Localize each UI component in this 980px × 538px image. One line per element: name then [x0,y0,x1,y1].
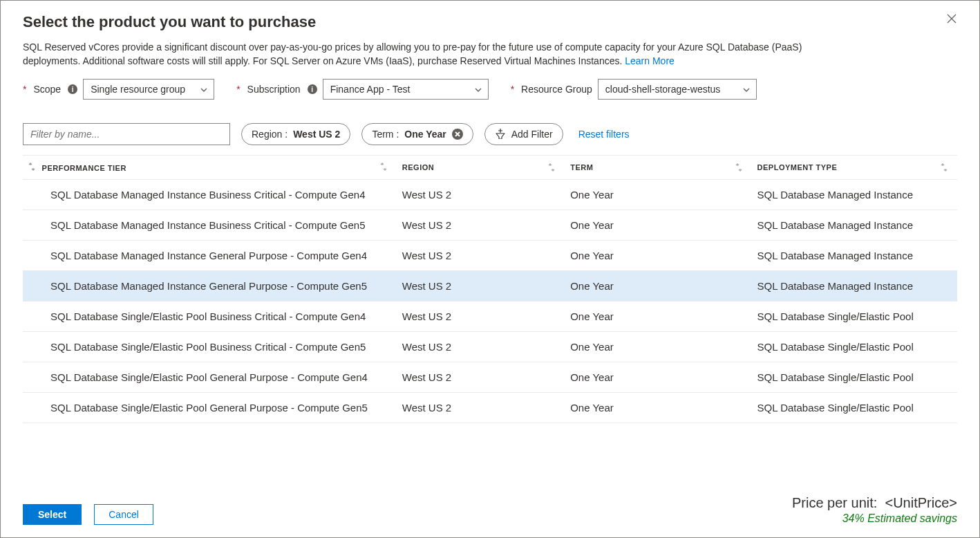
cell-region: West US 2 [397,362,565,393]
scope-value: Single resource group [91,84,185,95]
filter-icon [495,128,506,141]
close-icon [946,16,957,26]
cell-deployment: SQL Database Single/Elastic Pool [752,302,957,332]
pill-key: Term : [372,129,399,140]
column-header-term[interactable]: TERM [565,156,751,180]
price-per-unit: Price per unit: <UnitPrice> [792,495,957,511]
required-marker: * [511,84,514,95]
cell-term: One Year [565,393,751,423]
pill-value: West US 2 [293,129,340,140]
sort-icon [548,163,555,171]
panel-title: Select the product you want to purchase [23,13,316,31]
required-marker: * [236,84,240,95]
learn-more-link[interactable]: Learn More [625,55,675,66]
subscription-value: Finance App - Test [330,84,411,95]
cell-deployment: SQL Database Managed Instance [752,180,957,210]
cell-tier: SQL Database Managed Instance General Pu… [23,271,397,302]
column-header-region[interactable]: REGION [397,156,565,180]
cell-tier: SQL Database Managed Instance General Pu… [23,241,397,271]
cell-tier: SQL Database Single/Elastic Pool Busines… [23,302,397,332]
cell-region: West US 2 [397,241,565,271]
purchase-panel: Select the product you want to purchase … [0,0,980,538]
cell-deployment: SQL Database Single/Elastic Pool [752,332,957,362]
cell-region: West US 2 [397,393,565,423]
sort-icon [380,163,387,171]
table-row[interactable]: SQL Database Single/Elastic Pool General… [23,362,957,393]
cell-region: West US 2 [397,302,565,332]
table-row[interactable]: SQL Database Single/Elastic Pool General… [23,393,957,423]
cell-region: West US 2 [397,210,565,241]
required-marker: * [23,84,26,95]
table-row[interactable]: SQL Database Managed Instance Business C… [23,180,957,210]
column-label: TERM [570,163,593,171]
cell-term: One Year [565,332,751,362]
table-row[interactable]: SQL Database Single/Elastic Pool Busines… [23,302,957,332]
cell-tier: SQL Database Single/Elastic Pool General… [23,362,397,393]
cell-term: One Year [565,302,751,332]
column-header-deployment[interactable]: DEPLOYMENT TYPE [752,156,957,180]
product-table: PERFORMANCE TIER REGION TERM DEPLOYMENT … [23,155,957,423]
scope-label: Scope [33,84,61,95]
chevron-down-icon [200,85,208,93]
column-label: DEPLOYMENT TYPE [757,163,838,171]
column-header-tier[interactable]: PERFORMANCE TIER [23,156,397,180]
cell-term: One Year [565,241,751,271]
info-icon[interactable]: i [68,84,77,94]
column-label: REGION [402,163,434,171]
table-row[interactable]: SQL Database Single/Elastic Pool Busines… [23,332,957,362]
subscription-label: Subscription [247,84,301,95]
sort-icon [941,163,948,171]
filter-pill-term[interactable]: Term : One Year [361,123,473,145]
chevron-down-icon [474,85,482,93]
cell-tier: SQL Database Managed Instance Business C… [23,210,397,241]
resource-group-value: cloud-shell-storage-westus [605,84,721,95]
cell-tier: SQL Database Managed Instance Business C… [23,180,397,210]
cell-term: One Year [565,362,751,393]
info-icon[interactable]: i [308,84,317,94]
cell-tier: SQL Database Single/Elastic Pool Busines… [23,332,397,362]
column-label: PERFORMANCE TIER [42,164,126,172]
filter-pill-region[interactable]: Region : West US 2 [241,123,350,145]
panel-description: SQL Reserved vCores provide a significan… [23,41,852,68]
description-text: SQL Reserved vCores provide a significan… [23,41,802,66]
price-value: <UnitPrice> [885,495,958,510]
add-filter-button[interactable]: Add Filter [484,123,563,145]
cell-deployment: SQL Database Single/Elastic Pool [752,393,957,423]
table-row[interactable]: SQL Database Managed Instance Business C… [23,210,957,241]
cell-deployment: SQL Database Managed Instance [752,271,957,302]
pill-value: One Year [404,129,446,140]
cell-region: West US 2 [397,271,565,302]
price-label: Price per unit: [792,495,877,510]
cell-term: One Year [565,271,751,302]
cell-term: One Year [565,210,751,241]
add-filter-label: Add Filter [511,129,553,140]
cell-region: West US 2 [397,180,565,210]
cell-term: One Year [565,180,751,210]
scope-select[interactable]: Single resource group [83,79,214,100]
resource-group-select[interactable]: cloud-shell-storage-westus [598,79,757,100]
remove-filter-icon[interactable] [452,129,463,140]
resource-group-label: Resource Group [521,84,592,95]
close-button[interactable] [943,10,960,29]
cell-deployment: SQL Database Managed Instance [752,210,957,241]
estimated-savings: 34% Estimated savings [792,512,957,525]
filter-by-name-input[interactable] [23,123,230,145]
cell-region: West US 2 [397,332,565,362]
subscription-select[interactable]: Finance App - Test [323,79,489,100]
cell-deployment: SQL Database Single/Elastic Pool [752,362,957,393]
cell-deployment: SQL Database Managed Instance [752,241,957,271]
chevron-down-icon [742,85,751,93]
cancel-button[interactable]: Cancel [94,504,153,525]
select-button[interactable]: Select [23,504,82,525]
table-row[interactable]: SQL Database Managed Instance General Pu… [23,241,957,271]
sort-icon [28,163,35,171]
pill-key: Region : [252,129,288,140]
reset-filters-link[interactable]: Reset filters [574,129,634,140]
cell-tier: SQL Database Single/Elastic Pool General… [23,393,397,423]
table-row[interactable]: SQL Database Managed Instance General Pu… [23,271,957,302]
sort-icon [735,163,742,171]
